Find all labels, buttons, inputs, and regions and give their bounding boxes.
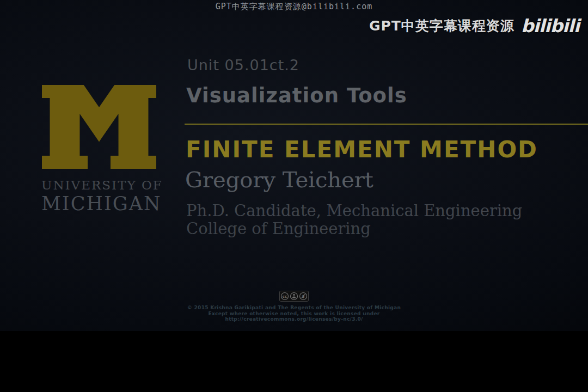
license-text: © 2015 Krishna Garikipati and The Regent… bbox=[0, 305, 588, 322]
promo-banner: GPT中英字幕课程资源 bilibili bbox=[369, 15, 579, 36]
license-line-2: Except where otherwise noted, this work … bbox=[0, 311, 588, 317]
block-m-icon bbox=[42, 85, 156, 169]
university-name-line1: UNIVERSITY OF bbox=[41, 178, 157, 192]
unit-label: Unit 05.01ct.2 bbox=[187, 57, 299, 74]
promo-text: GPT中英字幕课程资源 bbox=[369, 17, 514, 35]
svg-text:cc: cc bbox=[283, 295, 287, 299]
course-title: FINITE ELEMENT METHOD bbox=[186, 136, 538, 163]
university-logo: UNIVERSITY OF MICHIGAN bbox=[41, 85, 157, 215]
license-line-1: © 2015 Krishna Garikipati and The Regent… bbox=[0, 305, 588, 311]
license-line-3: http://creativecommons.org/licenses/by-n… bbox=[0, 316, 588, 322]
presenter-name: Gregory Teichert bbox=[185, 167, 373, 192]
video-player-stage: GPT中英字幕课程资源@bilibili.com GPT中英字幕课程资源 bil… bbox=[0, 0, 588, 392]
presenter-affiliation: College of Engineering bbox=[186, 219, 371, 238]
lecture-title: Visualization Tools bbox=[186, 84, 407, 107]
presenter-role: Ph.D. Candidate, Mechanical Engineering bbox=[186, 201, 522, 220]
university-name-line2: MICHIGAN bbox=[41, 193, 157, 215]
cc-license-badge: cc $ bbox=[279, 291, 309, 304]
letterbox-bottom bbox=[0, 331, 588, 392]
uploader-watermark: GPT中英字幕课程资源@bilibili.com bbox=[0, 2, 588, 12]
title-divider bbox=[185, 124, 588, 125]
bilibili-logo-icon: bilibili bbox=[521, 15, 579, 36]
video-frame[interactable]: GPT中英字幕课程资源@bilibili.com GPT中英字幕课程资源 bil… bbox=[0, 0, 588, 331]
